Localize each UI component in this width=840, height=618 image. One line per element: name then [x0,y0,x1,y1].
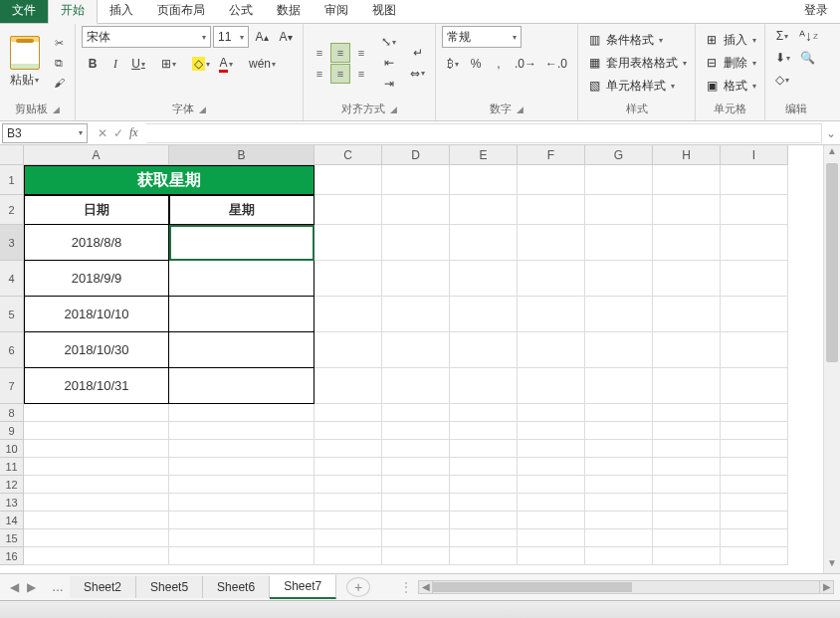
tab-insert[interactable]: 插入 [98,0,145,23]
cell[interactable] [721,261,788,297]
cell-B4[interactable] [169,261,315,297]
cell[interactable] [721,165,788,195]
cell[interactable] [169,476,315,494]
select-all-corner[interactable] [0,145,24,165]
cell[interactable] [653,225,721,261]
cell[interactable] [450,512,518,529]
cell[interactable] [315,404,382,422]
cell[interactable] [382,332,450,368]
cell[interactable] [450,547,518,565]
cell[interactable] [653,404,721,422]
title-cell[interactable]: 获取星期 [24,165,315,195]
tab-scroll-right-icon[interactable]: ▶ [27,580,36,594]
insert-cells-button[interactable]: ⊞插入▾ [702,29,758,51]
cell[interactable] [450,476,518,494]
cell[interactable] [585,332,653,368]
tab-page-layout[interactable]: 页面布局 [145,0,217,23]
cell[interactable] [585,195,653,225]
cell[interactable] [450,195,518,225]
cancel-formula-icon[interactable]: ✕ [98,126,107,140]
align-left-button[interactable]: ≡ [310,64,329,84]
decrease-indent-button[interactable]: ⇤ [377,53,400,73]
cell-style-button[interactable]: ▧单元格样式▾ [584,75,689,97]
find-select-button[interactable]: 🔍 [796,48,819,68]
cell[interactable] [315,440,382,458]
cell-A5[interactable]: 2018/10/10 [24,297,169,332]
cell[interactable] [585,422,653,440]
cell[interactable] [450,261,518,297]
tab-view[interactable]: 视图 [360,0,408,23]
wrap-text-button[interactable]: ↵ [406,43,429,63]
cell[interactable] [315,476,382,494]
col-header-I[interactable]: I [721,145,788,165]
cell[interactable] [382,512,450,529]
col-header-G[interactable]: G [585,145,653,165]
cell[interactable] [518,476,585,494]
cell[interactable] [169,458,315,476]
cell[interactable] [382,494,450,512]
horizontal-scrollbar[interactable]: ◀ ▶ [418,580,834,594]
paste-icon[interactable] [10,36,40,70]
phonetic-button[interactable]: wén▾ [245,54,280,74]
row-header-2[interactable]: 2 [0,195,24,225]
cell[interactable] [450,440,518,458]
cell[interactable] [450,422,518,440]
cut-button[interactable]: ✂ [49,34,69,52]
cell[interactable] [24,440,169,458]
vertical-scrollbar[interactable]: ▲ ▼ [823,145,840,573]
cell[interactable] [450,458,518,476]
cell[interactable] [382,368,450,404]
format-as-table-button[interactable]: ▦套用表格格式▾ [584,52,689,74]
cell[interactable] [315,547,382,565]
cell[interactable] [450,494,518,512]
header-date[interactable]: 日期 [24,195,169,225]
row-header-12[interactable]: 12 [0,476,24,494]
cell[interactable] [721,195,788,225]
format-cells-button[interactable]: ▣格式▾ [702,75,758,97]
row-header-6[interactable]: 6 [0,332,24,368]
cell[interactable] [653,165,721,195]
cell[interactable] [382,440,450,458]
cell[interactable] [450,529,518,547]
cell[interactable] [585,440,653,458]
sheet-tab-sheet2[interactable]: Sheet2 [70,576,136,598]
cell-B5[interactable] [169,297,315,332]
cell-B3[interactable] [169,225,315,261]
cell[interactable] [315,165,382,195]
tab-review[interactable]: 审阅 [313,0,360,23]
cell[interactable] [585,458,653,476]
italic-button[interactable]: I [105,54,126,74]
cell[interactable] [24,529,169,547]
row-header-11[interactable]: 11 [0,458,24,476]
cell-A3[interactable]: 2018/8/8 [24,225,169,261]
number-format-select[interactable]: 常规▾ [442,26,522,48]
cell[interactable] [518,332,585,368]
cell[interactable] [518,165,585,195]
cell[interactable] [518,529,585,547]
cell[interactable] [585,261,653,297]
underline-button[interactable]: U▾ [127,54,149,74]
row-header-4[interactable]: 4 [0,261,24,297]
cell[interactable] [518,225,585,261]
tab-split-handle[interactable]: ⋮ [400,580,412,594]
merge-center-button[interactable]: ⇔▾ [406,64,429,84]
cell[interactable] [585,368,653,404]
hscroll-thumb[interactable] [433,582,632,592]
cell[interactable] [721,368,788,404]
cell[interactable] [169,494,315,512]
cell[interactable] [169,440,315,458]
cell[interactable] [450,332,518,368]
cell[interactable] [382,458,450,476]
cell[interactable] [315,494,382,512]
cell[interactable] [653,494,721,512]
sheet-tab-sheet5[interactable]: Sheet5 [136,576,203,598]
cell[interactable] [169,422,315,440]
increase-indent-button[interactable]: ⇥ [377,74,400,94]
cell[interactable] [653,368,721,404]
hscroll-right-icon[interactable]: ▶ [819,581,833,593]
cell[interactable] [653,547,721,565]
cell[interactable] [721,476,788,494]
cell[interactable] [721,529,788,547]
cell[interactable] [315,512,382,529]
cell[interactable] [24,476,169,494]
